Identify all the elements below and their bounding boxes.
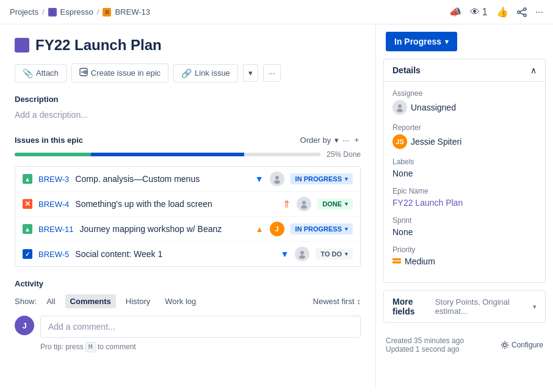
- issues-list: ▲ BREW-3 Comp. analysis—Custom menus ▼ I…: [15, 166, 361, 267]
- status-caret-brew4: ▾: [345, 201, 348, 207]
- table-row[interactable]: ▲ BREW-11 Journey mapping workshop w/ Be…: [15, 217, 360, 242]
- more-fields-caret: ▾: [533, 303, 537, 311]
- issue-avatar-brew5: [295, 247, 309, 261]
- assignee-value[interactable]: Unassigned: [392, 100, 537, 115]
- toolbar-dropdown-button[interactable]: ▾: [243, 64, 258, 82]
- svg-line-3: [520, 10, 524, 12]
- issue-key-brew11[interactable]: BREW-11: [38, 225, 74, 234]
- issue-type-task-icon: ✓: [23, 249, 32, 259]
- issue-type-story-icon: ▲: [23, 174, 32, 184]
- pro-tip-suffix: to comment: [98, 343, 136, 351]
- status-button-brew11[interactable]: IN PROGRESS ▾: [291, 223, 353, 234]
- epic-name-row: Epic Name FY22 Launch Plan: [392, 187, 537, 208]
- more-fields-subtitle: Story Points, Original estimat...: [435, 297, 529, 316]
- espresso-icon: E: [48, 8, 57, 16]
- epic-name-text: FY22 Launch Plan: [392, 198, 463, 208]
- issue-type-story-icon2: ▲: [23, 224, 32, 234]
- more-options-icon[interactable]: ···: [535, 7, 543, 18]
- status-button-brew5[interactable]: TO DO ▾: [316, 249, 353, 260]
- newest-first-label: Newest first: [313, 297, 355, 306]
- tab-worklog[interactable]: Work log: [160, 294, 201, 308]
- details-body: Assignee Unassigned Reporter JS Jessie S…: [384, 82, 545, 282]
- attach-label: Attach: [36, 68, 59, 78]
- panel-footer: Created 35 minutes ago Updated 1 second …: [376, 330, 553, 360]
- svg-rect-20: [392, 261, 401, 264]
- attach-button[interactable]: 📎 Attach: [15, 64, 67, 82]
- share-icon[interactable]: [517, 7, 527, 17]
- assignee-icon: [392, 100, 407, 115]
- epic-title-row: FY22 Launch Plan: [15, 37, 361, 54]
- comment-input[interactable]: Add a comment...: [40, 316, 361, 338]
- more-fields-header[interactable]: More fields Story Points, Original estim…: [384, 291, 545, 322]
- progress-label: 25% Done: [327, 150, 361, 159]
- issue-key-brew4[interactable]: BREW-4: [38, 200, 69, 209]
- toolbar-more-button[interactable]: ···: [263, 64, 281, 82]
- status-caret-brew5: ▾: [345, 251, 348, 257]
- pro-tip-key: M: [85, 342, 96, 352]
- breadcrumb: Projects / E Espresso / B BREW-13: [10, 7, 150, 16]
- order-by-dropdown[interactable]: ▾: [334, 136, 339, 145]
- breadcrumb-brew13[interactable]: BREW-13: [115, 7, 150, 16]
- status-main-button[interactable]: In Progress ▾: [386, 32, 457, 51]
- more-fields-title: More fields: [392, 297, 432, 316]
- svg-point-0: [524, 8, 526, 10]
- labels-label: Labels: [392, 158, 537, 166]
- details-panel: Details ∧ Assignee Unassigned Report: [383, 59, 546, 283]
- epic-name-label: Epic Name: [392, 187, 537, 195]
- megaphone-icon[interactable]: 📣: [449, 6, 461, 18]
- more-fields-panel: More fields Story Points, Original estim…: [383, 290, 546, 323]
- issue-key-brew3[interactable]: BREW-3: [38, 175, 69, 184]
- right-panel: In Progress ▾ Details ∧ Assignee Unassi: [376, 24, 553, 389]
- labels-value[interactable]: None: [392, 169, 537, 178]
- comment-user-avatar: J: [15, 316, 34, 335]
- reporter-value[interactable]: JS Jessie Spiteri: [392, 134, 537, 149]
- add-issue-button[interactable]: ＋: [353, 134, 361, 145]
- priority-medium-symbol: [392, 257, 401, 266]
- tab-comments[interactable]: Comments: [65, 294, 116, 308]
- breadcrumb-projects[interactable]: Projects: [10, 7, 38, 16]
- status-header: In Progress ▾: [376, 24, 553, 59]
- svg-point-18: [397, 109, 403, 112]
- tab-history[interactable]: History: [121, 294, 155, 308]
- labels-text: None: [392, 169, 413, 178]
- issues-more-button[interactable]: ···: [342, 136, 349, 145]
- status-button-brew3[interactable]: IN PROGRESS ▾: [291, 173, 353, 184]
- nav-icons: 📣 👁 1 👍 ···: [449, 6, 543, 18]
- assignee-label: Assignee: [392, 89, 537, 98]
- watch-icon[interactable]: 👁 1: [470, 7, 488, 18]
- issue-avatar-brew3: [270, 172, 284, 186]
- table-row[interactable]: ✕ BREW-4 Something's up with the load sc…: [15, 192, 360, 217]
- details-header[interactable]: Details ∧: [384, 59, 545, 82]
- configure-icon: [501, 341, 509, 349]
- configure-button[interactable]: Configure: [501, 341, 543, 349]
- issue-summary-brew11: Journey mapping workshop w/ Beanz: [80, 224, 250, 234]
- comment-placeholder: Add a comment...: [48, 322, 115, 332]
- svg-point-12: [274, 180, 280, 184]
- sprint-value[interactable]: None: [392, 227, 537, 237]
- breadcrumb-espresso[interactable]: Espresso: [60, 7, 93, 16]
- sprint-text: None: [392, 227, 413, 237]
- priority-value[interactable]: Medium: [392, 256, 537, 266]
- epic-name-value[interactable]: FY22 Launch Plan: [392, 198, 537, 208]
- progress-done-bar: [15, 153, 91, 156]
- breadcrumb-sep1: /: [42, 7, 45, 16]
- like-icon[interactable]: 👍: [496, 6, 508, 18]
- sprint-label: Sprint: [392, 216, 537, 225]
- link-issue-button[interactable]: 🔗 Link issue: [173, 64, 238, 82]
- top-nav: Projects / E Espresso / B BREW-13 📣 👁 1 …: [0, 0, 553, 24]
- status-button-brew4[interactable]: DONE ▾: [317, 198, 353, 209]
- table-row[interactable]: ✓ BREW-5 Social content: Week 1 ▼ TO DO …: [15, 242, 360, 266]
- epic-color-square: [15, 38, 29, 53]
- issue-summary-brew5: Social content: Week 1: [75, 249, 274, 259]
- create-issue-button[interactable]: Create issue in epic: [71, 64, 168, 82]
- reporter-row: Reporter JS Jessie Spiteri: [392, 123, 537, 149]
- reporter-name: Jessie Spiteri: [411, 137, 461, 147]
- issue-key-brew5[interactable]: BREW-5: [38, 250, 69, 259]
- svg-point-13: [302, 201, 306, 205]
- description-placeholder[interactable]: Add a description...: [15, 107, 361, 122]
- newest-first-button[interactable]: Newest first ↕: [313, 297, 361, 306]
- brew13-icon: B: [103, 8, 111, 16]
- reporter-label: Reporter: [392, 123, 537, 132]
- tab-all[interactable]: All: [42, 294, 60, 308]
- table-row[interactable]: ▲ BREW-3 Comp. analysis—Custom menus ▼ I…: [15, 167, 360, 192]
